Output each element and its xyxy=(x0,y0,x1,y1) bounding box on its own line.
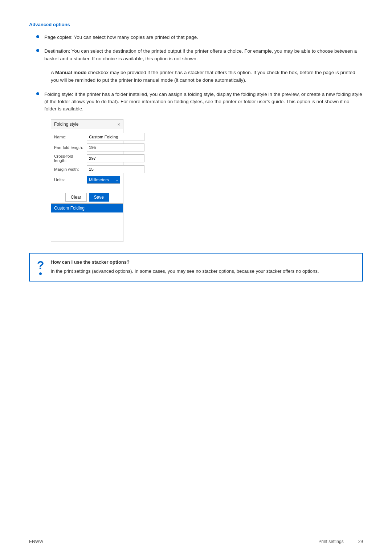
manual-mode-suffix: checkbox may be provided if the printer … xyxy=(51,70,355,83)
bullet-dot-3 xyxy=(36,92,39,95)
form-row-name: Name: xyxy=(54,133,120,141)
bullet-item-destination: Destination: You can select the destinat… xyxy=(29,48,363,62)
bullet-item-page-copies: Page copies: You can select how many cop… xyxy=(29,34,363,41)
form-row-margin: Margin width: xyxy=(54,165,120,173)
manual-mode-prefix: A xyxy=(51,70,55,75)
bullet-dot xyxy=(36,35,39,38)
bullet-text-folding: Folding style: If the printer has a fold… xyxy=(44,91,363,113)
select-units[interactable]: Millimeters Inches xyxy=(87,176,120,184)
manual-mode-block: A Manual mode checkbox may be provided i… xyxy=(51,69,363,84)
footer-section-label: Print settings xyxy=(318,539,343,544)
folding-list-area: Custom Folding xyxy=(51,203,123,242)
dialog-buttons: Clear Save xyxy=(51,190,123,203)
dialog-body: Name: Fan-fold length: Cross-fold length… xyxy=(51,129,123,190)
bullet-text-page-copies: Page copies: You can select how many cop… xyxy=(44,34,363,41)
input-fanfold[interactable] xyxy=(87,143,144,151)
info-content: How can I use the stacker options? In th… xyxy=(51,259,355,275)
info-box: ? How can I use the stacker options? In … xyxy=(29,253,363,281)
info-body: In the print settings (advanced options)… xyxy=(51,268,355,275)
manual-mode-bold: Manual mode xyxy=(55,70,86,75)
bullet-item-folding: Folding style: If the printer has a fold… xyxy=(29,91,363,113)
footer-right: Print settings 29 xyxy=(318,539,363,544)
bullet-dot-2 xyxy=(36,49,39,52)
form-row-crossfold: Cross-fold length: xyxy=(54,154,120,163)
info-question-mark: ? xyxy=(37,259,44,275)
input-name[interactable] xyxy=(87,133,144,141)
info-title: How can I use the stacker options? xyxy=(51,259,355,265)
page-footer: ENWW Print settings 29 xyxy=(29,539,363,544)
footer-page-number: 29 xyxy=(358,539,363,544)
label-crossfold: Cross-fold length: xyxy=(54,154,87,163)
dialog-header: Folding style × xyxy=(51,119,123,129)
label-name: Name: xyxy=(54,135,87,139)
dialog-close-button[interactable]: × xyxy=(117,122,120,127)
form-row-fanfold: Fan-fold length: xyxy=(54,143,120,151)
section-title: Advanced options xyxy=(29,22,363,27)
label-fanfold: Fan-fold length: xyxy=(54,145,87,150)
folding-list-body xyxy=(51,212,123,242)
input-crossfold[interactable] xyxy=(87,154,144,162)
info-dot xyxy=(39,272,42,275)
input-margin[interactable] xyxy=(87,165,144,173)
label-units: Units: xyxy=(54,178,87,182)
select-wrapper-units: Millimeters Inches ⌄ xyxy=(87,176,120,184)
label-margin: Margin width: xyxy=(54,167,87,171)
save-button[interactable]: Save xyxy=(89,193,109,202)
folding-list-header: Custom Folding xyxy=(51,204,123,212)
form-row-units: Units: Millimeters Inches ⌄ xyxy=(54,176,120,184)
clear-button[interactable]: Clear xyxy=(65,193,87,202)
dialog-wrapper: Folding style × Name: Fan-fold length: C… xyxy=(51,119,363,242)
footer-left: ENWW xyxy=(29,539,43,544)
bullet-text-destination: Destination: You can select the destinat… xyxy=(44,48,363,62)
folding-style-dialog: Folding style × Name: Fan-fold length: C… xyxy=(51,119,123,203)
dialog-title: Folding style xyxy=(54,122,78,127)
